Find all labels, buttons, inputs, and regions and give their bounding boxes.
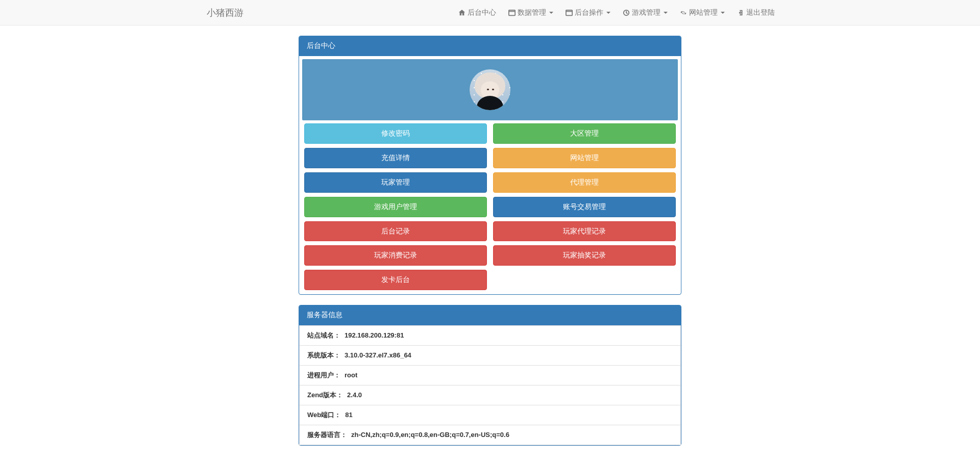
list-item-value: 81 [345,411,352,419]
nav-ops-label: 后台操作 [575,8,603,17]
zone-management-button[interactable]: 大区管理 [493,123,676,144]
svg-rect-0 [509,10,515,15]
nav-data[interactable]: 数据管理 [502,1,559,25]
hero-banner [302,59,678,120]
top-navbar: 小猪西游 后台中心 数据管理 后台操作 游戏管理 [0,0,980,25]
gear-icon [680,9,687,16]
player-lottery-log-button[interactable]: 玩家抽奖记录 [493,245,676,266]
list-item: 进程用户：root [299,366,681,385]
account-trade-management-button[interactable]: 账号交易管理 [493,197,676,217]
list-item-label: 服务器语言： [307,431,347,439]
list-item: Zend版本：2.4.0 [299,385,681,405]
avatar [470,69,510,110]
home-icon [458,9,465,16]
list-item-label: Zend版本： [307,391,343,399]
list-item: 服务器语言：zh-CN,zh;q=0.9,en;q=0.8,en-GB;q=0.… [299,425,681,445]
list-item-value: 192.168.200.129:81 [345,331,404,339]
dashboard-panel-title: 后台中心 [299,36,681,56]
chevron-down-icon [549,12,553,14]
list-item-value: zh-CN,zh;q=0.9,en;q=0.8,en-GB;q=0.7,en-U… [351,431,509,439]
svg-rect-2 [566,10,572,15]
logout-icon [737,9,744,16]
change-password-button[interactable]: 修改密码 [304,123,487,144]
chevron-down-icon [721,12,725,14]
chevron-down-icon [664,12,668,14]
quick-action-grid: 修改密码 大区管理 充值详情 网站管理 玩家管理 代理管理 游戏用户管理 账号交… [301,121,679,292]
list-item-label: Web端口： [307,411,341,419]
agent-management-button[interactable]: 代理管理 [493,172,676,193]
player-consume-log-button[interactable]: 玩家消费记录 [304,245,487,266]
game-user-management-button[interactable]: 游戏用户管理 [304,197,487,217]
site-management-button[interactable]: 网站管理 [493,148,676,168]
list-item-label: 站点域名： [307,331,340,339]
nav-data-label: 数据管理 [518,8,546,17]
server-info-panel-title: 服务器信息 [299,305,681,325]
dashboard-panel: 后台中心 修改密码 大区管理 [299,36,681,295]
window-icon [508,9,516,16]
player-agent-log-button[interactable]: 玩家代理记录 [493,221,676,242]
backend-log-button[interactable]: 后台记录 [304,221,487,242]
list-item-value: root [345,371,357,379]
nav-game-label: 游戏管理 [632,8,660,17]
list-item: 站点域名：192.168.200.129:81 [299,326,681,346]
list-item: Web端口：81 [299,405,681,425]
window-icon [566,9,573,16]
nav-logout[interactable]: 退出登陆 [731,1,781,25]
recharge-details-button[interactable]: 充值详情 [304,148,487,168]
nav-logout-label: 退出登陆 [746,8,775,17]
server-info-panel: 服务器信息 站点域名：192.168.200.129:81 系统版本：3.10.… [299,305,681,446]
brand-link[interactable]: 小猪西游 [199,0,251,27]
card-backend-button[interactable]: 发卡后台 [304,270,487,290]
server-info-list: 站点域名：192.168.200.129:81 系统版本：3.10.0-327.… [299,325,681,445]
nav-site[interactable]: 网站管理 [674,1,731,25]
nav-home-label: 后台中心 [468,8,496,17]
list-item: 系统版本：3.10.0-327.el7.x86_64 [299,346,681,366]
clock-icon [623,9,630,16]
chevron-down-icon [606,12,610,14]
nav-game[interactable]: 游戏管理 [617,1,674,25]
list-item-value: 3.10.0-327.el7.x86_64 [345,351,411,359]
list-item-label: 进程用户： [307,371,340,379]
list-item-value: 2.4.0 [347,391,362,399]
nav-home[interactable]: 后台中心 [452,1,502,25]
nav-site-label: 网站管理 [689,8,718,17]
nav-ops[interactable]: 后台操作 [559,1,617,25]
player-management-button[interactable]: 玩家管理 [304,172,487,193]
list-item-label: 系统版本： [307,351,340,359]
